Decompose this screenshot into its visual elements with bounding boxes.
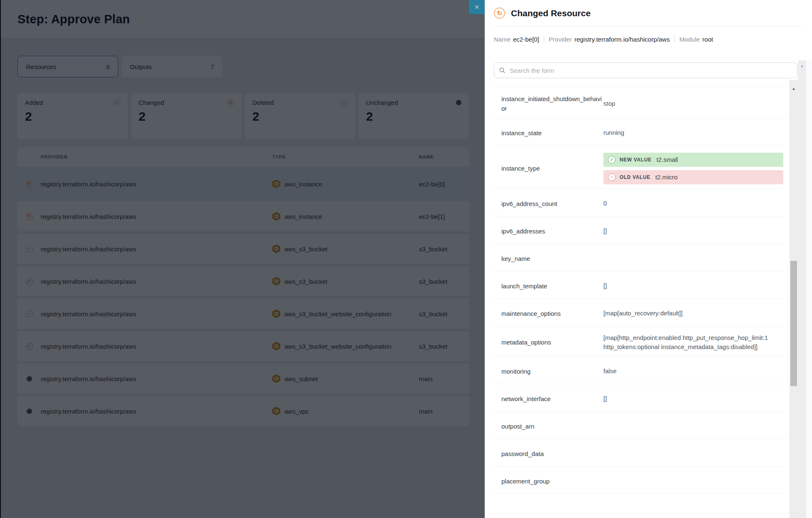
- form-search-box: [494, 62, 797, 78]
- attribute-name: ipv6_addresses: [501, 226, 603, 236]
- drawer-scrollbar[interactable]: ▲: [798, 60, 806, 518]
- attribute-row: ipv6_address_count0: [494, 192, 789, 216]
- meta-label: Provider: [549, 36, 572, 43]
- attribute-name: instance_type: [501, 164, 603, 173]
- attribute-name: metadata_options: [501, 337, 603, 347]
- meta-label: Module: [679, 36, 700, 43]
- drawer-title: Changed Resource: [511, 8, 590, 18]
- scroll-up-icon[interactable]: ▲: [790, 87, 798, 91]
- attribute-name: placement_group: [501, 476, 603, 486]
- scrollbar-thumb[interactable]: [790, 261, 797, 386]
- meta-separator: [674, 36, 675, 43]
- attribute-row: maintenance_options[map[auto_recovery:de…: [494, 302, 789, 326]
- attribute-name: launch_template: [501, 281, 603, 291]
- value-diff: ✓NEW VALUEt2.small−OLD VALUEt2.micro: [603, 153, 783, 184]
- attribute-row: network_interface[]: [494, 387, 789, 411]
- attribute-name: outpost_arn: [501, 421, 603, 431]
- new-value-label: NEW VALUE: [620, 157, 652, 163]
- attribute-name: instance_initiated_shutdown_behavior: [501, 94, 603, 114]
- deleted-minus-icon: −: [608, 173, 615, 181]
- attribute-value: [map[auto_recovery:default]]: [603, 309, 783, 318]
- attribute-row: key_name: [494, 247, 789, 271]
- attribute-row: metadata_options[map[http_endpoint:enabl…: [494, 329, 789, 356]
- close-drawer-button[interactable]: ✕: [469, 0, 485, 14]
- attribute-row: password_data: [494, 442, 789, 466]
- meta-value: ec2-be[0]: [513, 36, 539, 43]
- close-icon: ✕: [474, 4, 479, 10]
- attribute-row: instance_initiated_shutdown_behaviorstop: [494, 90, 789, 118]
- attribute-value: []: [603, 394, 783, 404]
- divider: [494, 26, 802, 26]
- meta-separator: [544, 36, 544, 43]
- modal-dim-overlay[interactable]: [0, 0, 485, 518]
- attribute-row: placement_group: [494, 469, 789, 493]
- new-value: t2.small: [657, 156, 678, 163]
- attribute-name: ipv6_address_count: [501, 199, 603, 208]
- partially-scrolled-row: [494, 82, 789, 87]
- attribute-value: false: [603, 367, 783, 376]
- search-icon: [499, 67, 506, 74]
- attribute-value: stop: [603, 99, 783, 109]
- attribute-row: ipv6_addresses[]: [494, 219, 789, 243]
- meta-value: registry.terraform.io/hashicorp/aws: [574, 36, 670, 43]
- attribute-value: []: [603, 226, 783, 236]
- attribute-value: running: [603, 128, 783, 138]
- old-value: t2.micro: [655, 173, 677, 181]
- attribute-row: launch_template[]: [494, 274, 789, 298]
- attribute-name: password_data: [501, 449, 603, 459]
- resource-meta: Nameec2-be[0]Providerregistry.terraform.…: [494, 36, 713, 43]
- attribute-list-scrollbar[interactable]: ▲: [790, 80, 798, 518]
- attribute-name: monitoring: [501, 367, 603, 376]
- meta-value: root: [702, 36, 713, 43]
- attribute-name: network_interface: [501, 394, 603, 404]
- attribute-name: instance_state: [501, 128, 603, 138]
- meta-label: Name: [494, 36, 511, 43]
- search-input[interactable]: [509, 67, 797, 74]
- attribute-row: outpost_arn: [494, 414, 789, 439]
- attribute-value: []: [603, 281, 783, 291]
- attribute-row: instance_staterunning: [494, 121, 789, 145]
- partially-scrolled-row: [494, 497, 789, 513]
- attribute-name: maintenance_options: [501, 309, 603, 318]
- added-check-icon: ✓: [608, 156, 615, 164]
- attribute-row: monitoringfalse: [494, 359, 789, 384]
- panel-right-gutter: [806, 60, 812, 518]
- new-value-badge: ✓NEW VALUEt2.small: [603, 153, 783, 167]
- changed-resource-drawer: ↻ Changed Resource Nameec2-be[0]Provider…: [485, 0, 812, 518]
- attribute-row: instance_type✓NEW VALUEt2.small−OLD VALU…: [494, 149, 789, 188]
- scroll-up-icon[interactable]: ▲: [798, 64, 806, 68]
- old-value-badge: −OLD VALUEt2.micro: [603, 170, 783, 184]
- old-value-label: OLD VALUE: [620, 174, 650, 180]
- attribute-value: [map[http_endpoint:enabled http_put_resp…: [603, 333, 783, 352]
- attribute-value: 0: [603, 199, 783, 208]
- attribute-name: key_name: [501, 254, 603, 263]
- changed-status-icon: ↻: [494, 7, 505, 19]
- attribute-list: instance_initiated_shutdown_behaviorstop…: [494, 82, 789, 518]
